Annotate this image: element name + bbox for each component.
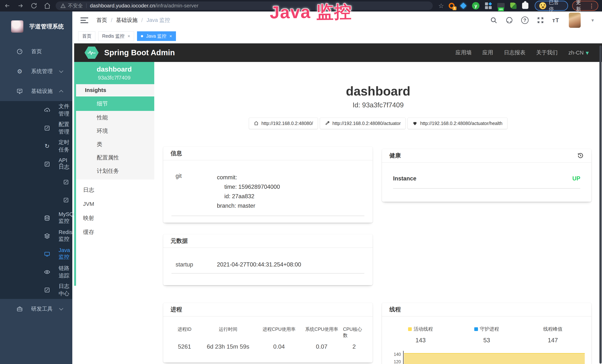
breadcrumb-infra[interactable]: 基础设施 <box>116 17 138 24</box>
close-icon[interactable]: × <box>170 33 172 39</box>
app-title: 芋道管理系统 <box>29 23 64 30</box>
security-chip[interactable]: 不安全 <box>60 2 83 9</box>
chrome-update-button[interactable]: 更新 ⋮ <box>572 1 598 11</box>
layers-icon <box>44 233 50 239</box>
tab-java-monitor[interactable]: Java 监控 × <box>137 31 176 41</box>
tab-label: 首页 <box>82 33 91 39</box>
forward-icon[interactable] <box>17 2 24 9</box>
sba-nav-wallboard[interactable]: 应用墙 <box>456 49 472 56</box>
sba-nav-applications[interactable]: 应用 <box>483 49 493 56</box>
menu-item-config-props[interactable]: 配置属性 <box>76 151 154 164</box>
link-service-url[interactable]: http://192.168.0.2:48080/ <box>249 118 318 129</box>
tab-redis-monitor[interactable]: Redis 监控 × <box>98 31 134 41</box>
back-icon[interactable] <box>4 2 11 9</box>
sidebar-item-tracing[interactable]: 链路追踪 <box>0 263 72 281</box>
briefcase-icon <box>16 306 23 312</box>
menu-dots-icon[interactable]: ⋮ <box>589 3 594 9</box>
sidebar-item-label: 首页 <box>31 48 42 55</box>
breadcrumb-separator: / <box>141 17 143 23</box>
grid-square <box>485 2 488 5</box>
link-actuator-url[interactable]: http://192.168.0.2:48080/actuator <box>320 118 406 129</box>
app-logo[interactable]: 芋道管理系统 <box>0 11 72 42</box>
health-instance-row[interactable]: Instance UP <box>393 175 580 189</box>
extension-y-icon[interactable]: y <box>472 2 479 10</box>
sba-logo-icon[interactable] <box>85 47 99 59</box>
sidebar-item-mysql-monitor[interactable]: MySQL 监控 <box>0 209 72 227</box>
menu-item-environment[interactable]: 环境 <box>76 124 154 138</box>
info-git-row: git commit: time: 1596289704000 id: 27aa… <box>172 173 364 216</box>
live-threads-value: 143 <box>416 337 426 344</box>
sidebar-item-redis-monitor[interactable]: Redis 监控 <box>0 227 72 245</box>
sidebar-item-file-mgmt[interactable]: 文件管理 <box>0 101 72 119</box>
menu-item-caches[interactable]: 缓存 <box>76 225 154 239</box>
sba-brand-title[interactable]: Spring Boot Admin <box>104 48 175 57</box>
sidebar-item-api-logs[interactable]: API 日志 <box>0 155 72 173</box>
menu-item-logs[interactable]: 日志 <box>76 183 154 197</box>
card-process-header: 进程 <box>163 303 373 317</box>
extension-pin-icon[interactable] <box>460 3 466 9</box>
hamburger-icon[interactable] <box>80 17 88 23</box>
profile-paused-chip[interactable]: 已暂停 <box>535 1 568 11</box>
extension-refresher-icon[interactable]: 1 <box>449 3 455 9</box>
y-tick: 140 <box>394 352 401 357</box>
menu-item-scheduled[interactable]: 计划任务 <box>76 164 154 178</box>
git-commit-line: commit: <box>217 173 280 182</box>
extensions-row: 1 y on <box>449 2 528 10</box>
sba-nav-journal[interactable]: 日志报表 <box>504 49 526 56</box>
sidebar-item-config-mgmt[interactable]: 配置管理 <box>0 119 72 137</box>
sidebar-item-system-mgmt[interactable]: ⚙ 系统管理 <box>0 61 72 81</box>
avatar-caret-icon[interactable]: ▾ <box>591 17 594 23</box>
menu-item-classes[interactable]: 类 <box>76 138 154 151</box>
process-pid-value: 5261 <box>178 343 191 350</box>
page-title: dashboard <box>154 84 602 98</box>
breadcrumb-home[interactable]: 首页 <box>97 17 107 24</box>
health-title: 健康 <box>389 152 401 160</box>
menu-item-metrics[interactable]: 性能 <box>76 111 154 124</box>
update-label: 更新 <box>576 0 585 12</box>
tab-home[interactable]: 首页 <box>78 31 95 41</box>
page-scrollbar[interactable] <box>599 45 602 364</box>
menu-item-mappings[interactable]: 映射 <box>76 211 154 225</box>
sidebar-item-dev-tools[interactable]: 研发工具 <box>0 299 72 319</box>
home-icon[interactable] <box>44 2 51 9</box>
git-id-line: id: 27aa832 <box>217 192 280 201</box>
sidebar-item-home[interactable]: 首页 <box>0 42 72 61</box>
sidebar-item-access-logs[interactable]: 访问日志 <box>0 173 72 191</box>
text-size-icon[interactable]: тT <box>552 17 559 24</box>
extension-onetab-icon[interactable]: on <box>497 3 505 9</box>
menu-top-group: 日志 JVM 映射 缓存 <box>76 183 154 239</box>
github-icon[interactable] <box>505 17 513 24</box>
sba-locale-select[interactable]: zh-CN ▾ <box>569 50 589 56</box>
extension-grid-icon[interactable] <box>485 2 492 9</box>
sidebar-item-label: 定时任务 <box>59 139 72 153</box>
address-bar[interactable]: 不安全 dashboard.yudao.iocoder.cn/infra/adm… <box>56 1 433 10</box>
sba-body: dashboard 93a3fc7f7409 Insights 细节 性能 环境… <box>74 62 602 364</box>
fullscreen-icon[interactable] <box>537 17 544 24</box>
sidebar-item-java-monitor[interactable]: Java 监控 <box>0 245 72 263</box>
menu-item-details[interactable]: 细节 <box>76 96 154 111</box>
sidebar-item-scheduled-tasks[interactable]: ↻ 定时任务 <box>0 137 72 155</box>
card-info: 信息 git commit: time: 1596289704000 id: 2… <box>163 147 373 223</box>
active-dot <box>141 35 143 37</box>
user-avatar[interactable] <box>569 13 581 28</box>
instance-header[interactable]: dashboard 93a3fc7f7409 <box>74 62 154 84</box>
extension-leaf-icon[interactable] <box>510 3 516 9</box>
menu-item-jvm[interactable]: JVM <box>76 197 154 211</box>
sidebar-item-log-center[interactable]: 日志中心 <box>0 281 72 299</box>
bookmark-star-icon[interactable]: ☆ <box>438 2 444 10</box>
sidebar-item-error-logs[interactable]: 错误日志 <box>0 191 72 209</box>
reload-icon[interactable] <box>30 2 37 9</box>
link-health-url[interactable]: http://192.168.0.2:48080/actuator/health <box>408 118 507 129</box>
help-icon[interactable]: ? <box>521 17 528 24</box>
tab-label: Java 监控 <box>146 33 166 39</box>
history-icon[interactable] <box>577 152 584 159</box>
sidebar-item-infrastructure[interactable]: 基础设施 <box>0 81 72 101</box>
search-icon[interactable] <box>490 17 497 24</box>
process-cpu-value: 0.04 <box>273 343 285 350</box>
extensions-puzzle-icon[interactable] <box>522 3 528 9</box>
close-icon[interactable]: × <box>128 33 130 39</box>
log-edit-icon <box>44 287 50 293</box>
health-row-label: Instance <box>393 175 416 182</box>
sba-header: Spring Boot Admin 应用墙 应用 日志报表 关于我们 zh-CN… <box>74 43 602 62</box>
sba-nav-about[interactable]: 关于我们 <box>536 49 558 56</box>
